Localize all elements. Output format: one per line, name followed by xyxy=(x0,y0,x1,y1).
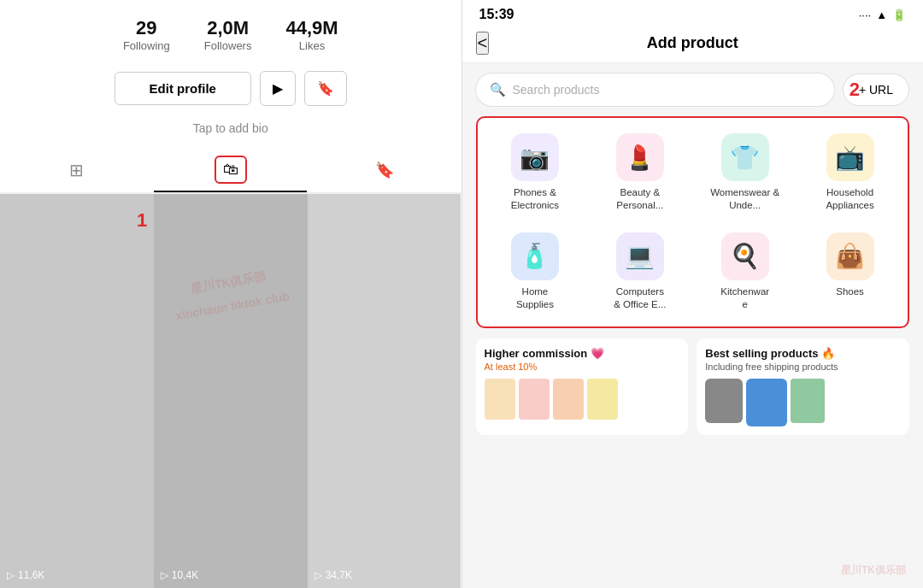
tab-grid[interactable]: ⊞ xyxy=(0,147,154,192)
category-womens[interactable]: 👕 Womenswear &Unde... xyxy=(692,126,797,219)
header-title: Add product xyxy=(647,34,738,52)
play-icon-2: ▷ xyxy=(161,569,168,581)
followers-label: Followers xyxy=(204,39,252,52)
bookmark-button[interactable]: 🔖 xyxy=(304,71,347,106)
status-time: 15:39 xyxy=(479,7,514,22)
search-placeholder: Search products xyxy=(513,83,600,97)
category-home[interactable]: 🧴 HomeSupplies xyxy=(483,226,588,318)
search-icon: 🔍 xyxy=(490,82,506,97)
product-img3 xyxy=(791,379,825,423)
household-label: HouseholdAppliances xyxy=(826,186,873,212)
video-count-2: ▷ 10,4K xyxy=(161,569,198,581)
likes-number: 44,9M xyxy=(285,17,338,39)
category-phones[interactable]: 📷 Phones &Electronics xyxy=(483,126,588,219)
home-label: HomeSupplies xyxy=(516,285,554,311)
bookmark-icon: 🔖 xyxy=(317,80,334,97)
banner1-subtitle: At least 10% xyxy=(485,362,680,372)
left-panel: 29 Following 2,0M Followers 44,9M Likes … xyxy=(0,0,462,588)
following-number: 29 xyxy=(136,17,156,39)
grid-icon: ⊞ xyxy=(69,160,84,180)
tabs-row: ⊞ 🛍 🔖 xyxy=(0,147,462,194)
profile-button-row: Edit profile ▶ 🔖 xyxy=(115,71,347,106)
bio-text[interactable]: Tap to add bio xyxy=(193,121,268,135)
banner1-img3 xyxy=(553,379,584,420)
banner2-title: Best selling products 🔥 xyxy=(705,347,901,360)
edit-profile-button[interactable]: Edit profile xyxy=(115,72,251,105)
shoes-label: Shoes xyxy=(836,285,864,298)
category-shoes[interactable]: 👜 Shoes xyxy=(797,226,902,318)
household-icon: 📺 xyxy=(826,133,874,181)
banner1-img1 xyxy=(485,379,515,420)
status-bar: 15:39 ···· ▲ 🔋 xyxy=(462,0,924,26)
kitchen-label: Kitchenware xyxy=(720,285,769,311)
womens-icon: 👕 xyxy=(721,133,769,181)
label-2: 2 xyxy=(850,79,860,101)
computers-label: Computers& Office E... xyxy=(614,285,666,311)
followers-number: 2,0M xyxy=(207,17,249,39)
category-beauty[interactable]: 💄 Beauty &Personal... xyxy=(587,126,692,219)
following-label: Following xyxy=(123,39,170,52)
banner2-subtitle: Including free shipping products xyxy=(705,362,901,372)
search-row: 🔍 Search products 2 + URL xyxy=(462,63,924,116)
play-icon-1: ▷ xyxy=(7,569,15,581)
stat-following: 29 Following xyxy=(123,17,170,52)
category-section: 📷 Phones &Electronics 💄 Beauty &Personal… xyxy=(476,116,910,328)
kitchen-icon: 🍳 xyxy=(721,232,769,280)
tab-bookmark[interactable]: 🔖 xyxy=(308,147,462,192)
back-button[interactable]: < xyxy=(476,32,490,55)
battery-icon: 🔋 xyxy=(892,9,906,21)
category-kitchen[interactable]: 🍳 Kitchenware xyxy=(692,226,797,318)
tab-shop[interactable]: 🛍 xyxy=(154,147,308,192)
category-grid: 📷 Phones &Electronics 💄 Beauty &Personal… xyxy=(483,126,903,318)
label-1: 1 xyxy=(137,209,147,232)
category-computers[interactable]: 💻 Computers& Office E... xyxy=(587,226,692,318)
stats-row: 29 Following 2,0M Followers 44,9M Likes xyxy=(123,0,338,61)
blender-img xyxy=(705,379,743,423)
tab-indicator xyxy=(154,191,308,192)
likes-label: Likes xyxy=(299,39,325,52)
video-count-3: ▷ 34,7K xyxy=(315,569,352,581)
banner-row: Higher commission 💗 At least 10% Best se… xyxy=(462,338,924,435)
stat-likes: 44,9M Likes xyxy=(285,17,338,52)
shoes-icon: 👜 xyxy=(826,232,874,280)
stat-followers: 2,0M Followers xyxy=(204,17,252,52)
soap-img xyxy=(746,379,787,426)
bookmark-tab-icon: 🔖 xyxy=(375,161,394,179)
wifi-icon: ▲ xyxy=(876,9,887,21)
banner1-img2 xyxy=(519,379,550,420)
video-grid: ▷ 11,6K ▷ 10,4K ▷ 34,7K xyxy=(0,194,462,588)
add-product-header: < Add product xyxy=(462,26,924,63)
home-icon: 🧴 xyxy=(511,232,559,280)
video-cell-2[interactable]: ▷ 10,4K xyxy=(154,194,308,588)
banner1-img4 xyxy=(587,379,618,420)
video-count-1: ▷ 11,6K xyxy=(7,569,44,581)
womens-label: Womenswear &Unde... xyxy=(710,186,779,212)
youtube-icon: ▶ xyxy=(273,80,283,97)
phones-label: Phones &Electronics xyxy=(511,186,559,212)
banner-best-selling[interactable]: Best selling products 🔥 Including free s… xyxy=(697,338,909,435)
banner-higher-commission[interactable]: Higher commission 💗 At least 10% xyxy=(476,338,689,435)
shop-icon: 🛍 xyxy=(215,156,247,184)
phones-icon: 📷 xyxy=(511,133,559,181)
signal-icon: ···· xyxy=(859,9,871,21)
video-cell-3[interactable]: ▷ 34,7K xyxy=(308,194,462,588)
youtube-button[interactable]: ▶ xyxy=(260,71,296,106)
beauty-label: Beauty &Personal... xyxy=(616,186,663,212)
right-panel: 15:39 ···· ▲ 🔋 < Add product 🔍 Search pr… xyxy=(462,0,924,588)
banner2-images xyxy=(705,379,901,426)
status-icons: ···· ▲ 🔋 xyxy=(859,9,906,21)
play-icon-3: ▷ xyxy=(315,569,322,581)
video-cell-1[interactable]: ▷ 11,6K xyxy=(0,194,154,588)
banner1-title: Higher commission 💗 xyxy=(485,347,680,360)
category-household[interactable]: 📺 HouseholdAppliances xyxy=(797,126,902,219)
beauty-icon: 💄 xyxy=(616,133,664,181)
banner1-images xyxy=(485,379,680,420)
search-box[interactable]: 🔍 Search products 2 xyxy=(476,74,834,106)
computers-icon: 💻 xyxy=(616,232,664,280)
